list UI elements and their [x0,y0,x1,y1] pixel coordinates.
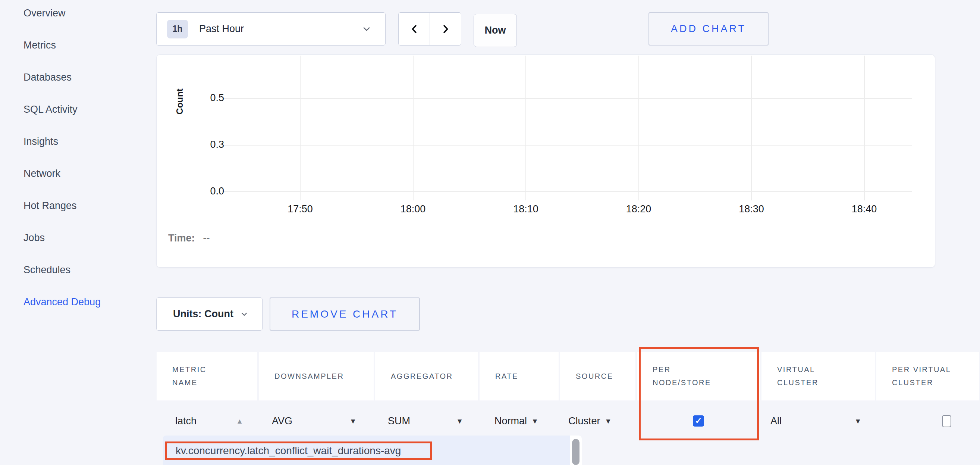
gridline-horizontal [223,192,912,192]
sidebar-item-overview[interactable]: Overview [24,8,135,19]
sidebar: OverviewMetricsDatabasesSQL ActivityInsi… [24,8,135,328]
prev-time-button[interactable] [399,13,430,45]
source-value: Cluster [568,415,600,427]
y-axis-tick-label: 0.0 [192,185,224,197]
x-axis-tick-label: 18:10 [500,203,552,215]
gridline-vertical [300,56,301,200]
virtual-cluster-value: All [770,415,782,427]
sidebar-item-jobs[interactable]: Jobs [24,232,135,244]
units-select-label: Units: Count [173,308,234,320]
remove-chart-button[interactable]: REMOVE CHART [270,297,420,331]
gridline-vertical [638,56,639,200]
x-axis-tick-label: 17:50 [274,203,326,215]
per-node-store-cell: ✓ [637,400,760,441]
per-virtual-cluster-checkbox[interactable] [942,415,951,427]
sidebar-item-sql-activity[interactable]: SQL Activity [24,104,135,115]
x-axis-tick-label: 18:20 [612,203,665,215]
caret-down-icon: ▼ [349,418,356,425]
units-select[interactable]: Units: Count [156,297,262,331]
time-label: Time: [168,232,195,244]
dropdown-scrollbar[interactable] [570,436,582,465]
gridline-vertical [864,56,865,200]
gridline-horizontal [223,98,912,99]
metric-suggestions-dropdown: kv.concurrency.latch_conflict_wait_durat… [163,436,582,465]
sidebar-item-metrics[interactable]: Metrics [24,40,135,51]
virtual-cluster-select[interactable]: All ▼ [762,400,875,441]
metric-name-value: latch [175,415,197,427]
metrics-table: METRICNAMEDOWNSAMPLERAGGREGATORRATESOURC… [157,352,979,441]
column-header: METRICNAME [157,352,257,400]
per-virtual-cluster-cell [877,400,979,441]
sidebar-item-hot-ranges[interactable]: Hot Ranges [24,200,135,212]
caret-down-icon: ▼ [456,418,463,425]
rate-value: Normal [495,415,527,427]
column-header: AGGREGATOR [375,352,478,400]
hover-time-readout: Time:-- [168,232,210,244]
gridline-vertical [525,56,526,200]
sidebar-item-schedules[interactable]: Schedules [24,264,135,276]
sidebar-item-network[interactable]: Network [24,168,135,179]
column-header: VIRTUALCLUSTER [762,352,875,400]
gridline-horizontal [223,145,912,145]
suggestion-item[interactable]: kv.concurrency.latch_conflict_wait_durat… [163,440,401,462]
y-axis-tick-label: 0.3 [192,139,224,150]
column-header: RATE [480,352,558,400]
chevron-left-icon [407,22,421,36]
caret-down-icon: ▼ [854,418,861,425]
chevron-right-icon [439,22,452,36]
add-chart-button[interactable]: ADD CHART [649,12,768,46]
time-range-label: Past Hour [199,23,244,35]
column-header: SOURCE [560,352,635,400]
gridline-vertical [413,56,414,200]
caret-down-icon: ▼ [531,418,538,425]
chevron-down-icon [240,310,249,319]
x-axis-tick-label: 18:00 [387,203,439,215]
chevron-down-icon [361,24,372,34]
column-header: PER VIRTUALCLUSTER [877,352,979,400]
column-header: PERNODE/STORE [637,352,760,400]
sidebar-item-insights[interactable]: Insights [24,136,135,147]
y-axis-label: Count [175,75,185,128]
next-time-button[interactable] [430,13,461,45]
scrollbar-thumb[interactable] [572,439,579,465]
caret-down-icon: ▼ [605,418,612,425]
x-axis-tick-label: 18:40 [838,203,891,215]
sidebar-item-advanced-debug[interactable]: Advanced Debug [24,296,135,308]
time-window-nav [398,12,461,46]
time-value: -- [203,232,210,244]
y-axis-tick-label: 0.5 [192,92,224,104]
now-button[interactable]: Now [474,14,517,47]
time-range-selector[interactable]: 1h Past Hour [156,12,386,46]
checkmark-icon: ✓ [695,416,702,426]
sidebar-item-databases[interactable]: Databases [24,72,135,83]
time-range-badge: 1h [167,20,188,38]
x-axis-tick-label: 18:30 [725,203,778,215]
downsampler-value: AVG [272,415,292,427]
source-select[interactable]: Cluster ▼ [568,415,612,427]
rate-select[interactable]: Normal ▼ [495,415,538,427]
gridline-vertical [751,56,752,200]
per-node-store-checkbox[interactable]: ✓ [693,415,704,427]
column-header: DOWNSAMPLER [259,352,374,400]
caret-up-icon: ▲ [236,418,243,425]
chart-card: Count 0.00.30.517:5018:0018:1018:2018:30… [156,54,935,268]
aggregator-value: SUM [388,415,410,427]
